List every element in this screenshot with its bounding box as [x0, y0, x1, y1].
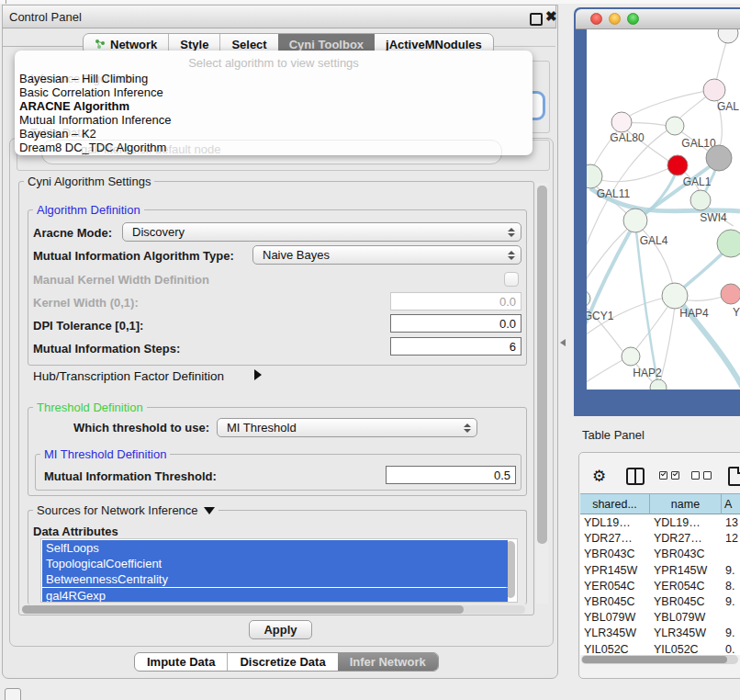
combo-arrows-icon — [504, 228, 519, 237]
hub-definition-label[interactable]: Hub/Transcription Factor Definition — [33, 369, 224, 383]
columns-icon[interactable] — [626, 468, 645, 485]
manual-kernel-label: Manual Kernel Width Definition — [33, 273, 209, 287]
algorithm-option[interactable]: Dream8 DC_TDC Algorithm — [19, 141, 524, 154]
table-row[interactable]: YER054CYER054C8. — [580, 579, 740, 594]
network-node[interactable] — [622, 347, 640, 366]
network-node[interactable] — [690, 190, 711, 210]
network-edge[interactable] — [587, 226, 631, 287]
tab-discretize-data[interactable]: Discretize Data — [227, 653, 337, 671]
attribute-item[interactable]: gal4RGexp — [42, 588, 508, 603]
network-node[interactable] — [718, 29, 738, 43]
network-node[interactable] — [721, 284, 740, 304]
table-row[interactable]: YIL052CYIL052C0. — [580, 642, 740, 655]
select-all-icon[interactable] — [659, 471, 679, 480]
float-icon[interactable] — [530, 13, 543, 26]
minimize-traffic-light[interactable] — [609, 13, 621, 25]
mi-threshold-definition-title: MI Threshold Definition — [40, 448, 170, 460]
apply-button[interactable]: Apply — [249, 620, 312, 639]
network-node-label: Y — [733, 306, 740, 319]
combo-arrows-icon — [460, 423, 475, 433]
mini-panel-icon[interactable] — [5, 688, 21, 700]
which-threshold-label: Which threshold to use: — [73, 421, 209, 435]
data-attributes-label: Data Attributes — [33, 525, 118, 538]
new-table-icon[interactable] — [728, 467, 740, 486]
vertical-scrollbar-thumb[interactable] — [537, 186, 547, 544]
network-node-label: SWI4 — [700, 211, 727, 224]
table-row[interactable]: YBR043CYBR043C — [580, 547, 740, 562]
attribute-item[interactable]: SelfLoops — [42, 540, 508, 556]
tab-infer-network[interactable]: Infer Network — [338, 653, 438, 671]
mi-type-combo[interactable]: Naive Bayes — [252, 245, 521, 265]
zoom-traffic-light[interactable] — [627, 13, 639, 25]
mi-type-label: Mutual Information Algorithm Type: — [33, 249, 234, 263]
network-node[interactable] — [717, 230, 740, 257]
network-edge[interactable] — [625, 90, 714, 119]
tab-baseline-left — [3, 46, 83, 47]
algorithm-option[interactable]: Basic Correlation Inference — [19, 85, 524, 99]
table-row[interactable]: YPR145WYPR145W9. — [580, 563, 740, 579]
network-edge[interactable] — [660, 299, 676, 382]
algorithm-option[interactable]: Bayesian – K2 — [19, 127, 524, 141]
network-node[interactable] — [650, 379, 667, 390]
mi-steps-field[interactable]: 6 — [390, 337, 521, 356]
kernel-width-field[interactable]: 0.0 — [390, 292, 521, 310]
attribute-item[interactable]: BetweennessCentrality — [42, 571, 508, 587]
network-node[interactable] — [667, 155, 688, 175]
network-node-label: GAL4 — [640, 234, 668, 247]
network-canvas[interactable]: GALGAL80GAL10GAL1GAL11SWI4GAL4HAP4YGCY1H… — [587, 29, 740, 390]
network-node[interactable] — [587, 290, 590, 307]
table-scrollbar-thumb[interactable] — [582, 656, 727, 663]
expand-arrow-icon[interactable] — [254, 369, 262, 380]
network-node[interactable] — [662, 283, 688, 309]
table-row[interactable]: YDL19…YDL19…13 — [580, 515, 740, 531]
column-header[interactable]: shared... — [580, 493, 650, 514]
manual-kernel-checkbox[interactable] — [504, 272, 519, 287]
network-node[interactable] — [666, 117, 684, 135]
column-header[interactable]: name — [650, 493, 722, 514]
deselect-all-icon[interactable] — [691, 471, 712, 480]
screen: Control Panel ✖ Network Style Select Cyn… — [0, 0, 740, 700]
algorithm-option[interactable]: Mutual Information Inference — [19, 113, 524, 127]
sources-title[interactable]: Sources for Network Inference — [33, 504, 219, 516]
mi-steps-label: Mutual Information Steps: — [33, 342, 180, 356]
algorithm-option[interactable]: ARACNE Algorithm — [19, 99, 524, 113]
aracne-mode-label: Aracne Mode: — [33, 226, 112, 240]
table-row[interactable]: YDR27…YDR27…12 — [580, 531, 740, 547]
close-icon[interactable]: ✖ — [545, 8, 557, 25]
splitter-arrow-icon[interactable] — [560, 339, 566, 346]
control-panel-titlebar — [2, 5, 556, 28]
gear-icon[interactable]: ⚙ — [592, 467, 606, 486]
top-strip — [0, 0, 740, 4]
horizontal-scrollbar-thumb[interactable] — [22, 605, 464, 614]
tab-network-label: Network — [110, 38, 157, 51]
kernel-width-label: Kernel Width (0,1): — [33, 296, 139, 310]
node-table[interactable]: shared...nameAYDL19…YDL19…13YDR27…YDR27…… — [580, 493, 740, 655]
network-node[interactable] — [623, 209, 647, 232]
table-row[interactable]: YLR345WYLR345W9. — [580, 626, 740, 641]
network-node[interactable] — [706, 145, 732, 171]
network-node[interactable] — [703, 79, 725, 101]
close-traffic-light[interactable] — [590, 13, 602, 25]
dpi-tolerance-label: DPI Tolerance [0,1]: — [33, 319, 143, 333]
mi-threshold-field[interactable]: 0.5 — [386, 466, 516, 484]
algorithm-dropdown-popup: Inference Algorithm Table Data galFilter… — [15, 51, 533, 155]
column-header[interactable]: A — [722, 493, 740, 514]
table-row[interactable]: YBL079WYBL079W — [580, 610, 740, 626]
attribute-item[interactable]: TopologicalCoefficient — [42, 556, 508, 571]
table-row[interactable]: YBR045CYBR045C9. — [580, 594, 740, 610]
dpi-tolerance-field[interactable]: 0.0 — [390, 314, 521, 333]
network-edge[interactable] — [587, 358, 626, 384]
data-attributes-list[interactable]: SelfLoopsTopologicalCoefficientBetweenne… — [40, 538, 518, 603]
control-panel-title: Control Panel — [9, 10, 82, 24]
network-node[interactable] — [587, 164, 602, 188]
network-node-label: GCY1 — [587, 310, 614, 322]
network-node-label: GAL — [717, 100, 739, 113]
network-edge[interactable] — [593, 168, 669, 182]
aracne-mode-combo[interactable]: Discovery — [122, 222, 521, 242]
network-node[interactable] — [611, 112, 632, 132]
threshold-definition-title: Threshold Definition — [33, 401, 147, 413]
tab-impute-data[interactable]: Impute Data — [135, 653, 227, 671]
which-threshold-combo[interactable]: MI Threshold — [217, 418, 477, 437]
table-panel-title: Table Panel — [582, 428, 645, 442]
algorithm-option[interactable]: Bayesian – Hill Climbing — [19, 72, 524, 85]
